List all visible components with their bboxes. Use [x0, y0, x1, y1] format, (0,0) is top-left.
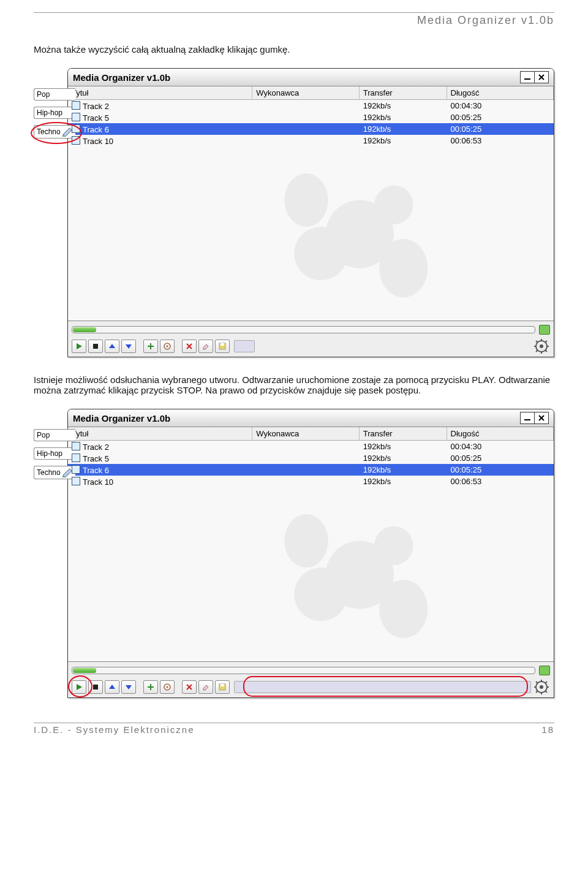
col-title[interactable]: Tytuł: [68, 86, 252, 99]
cell-artist: [252, 105, 359, 107]
play-button[interactable]: [72, 680, 86, 694]
list-row-selected[interactable]: Track 6 192kb/s 00:05:25: [68, 464, 554, 476]
cell-artist: [252, 117, 359, 118]
col-title[interactable]: Tytuł: [68, 427, 252, 440]
cell-length: 00:06:53: [447, 135, 554, 146]
stop-button[interactable]: [88, 340, 103, 353]
file-icon: [72, 465, 80, 474]
titlebar: Media Organizer v1.0b: [68, 69, 554, 86]
play-button[interactable]: [72, 340, 86, 353]
settings-button[interactable]: [533, 679, 550, 695]
transfer-progress: [72, 326, 535, 333]
col-transfer[interactable]: Transfer: [360, 86, 447, 99]
col-artist[interactable]: Wykonawca: [252, 86, 359, 99]
down-button[interactable]: [121, 340, 136, 353]
cell-length: 00:04:30: [447, 441, 554, 452]
cell-transfer: 192kb/s: [360, 124, 447, 134]
toolbar: [72, 338, 550, 354]
up-button[interactable]: [105, 680, 119, 694]
svg-point-3: [167, 346, 168, 348]
save-button[interactable]: [215, 340, 230, 353]
tab-pop-label: Pop: [37, 90, 50, 99]
down-button[interactable]: [121, 680, 136, 694]
cd-button[interactable]: [160, 680, 175, 694]
settings-button[interactable]: [533, 338, 550, 354]
tab-hiphop-label: Hip-hop: [37, 449, 62, 458]
list-row[interactable]: Track 5 192kb/s 00:05:25: [68, 112, 554, 123]
side-tabs: Pop Hip-hop Techno: [34, 88, 75, 139]
list-header: Tytuł Wykonawca Transfer Długość: [68, 86, 554, 100]
list-header: Tytuł Wykonawca Transfer Długość: [68, 427, 554, 441]
tab-pop[interactable]: Pop: [34, 88, 75, 101]
side-tabs: Pop Hip-hop Techno: [34, 429, 75, 479]
list-row[interactable]: Track 10 192kb/s 00:06:53: [68, 476, 554, 487]
svg-line-28: [536, 682, 538, 683]
eraser-button[interactable]: [198, 680, 213, 694]
svg-rect-17: [93, 685, 98, 689]
delete-button[interactable]: [182, 340, 197, 353]
eject-button[interactable]: [539, 325, 550, 335]
eraser-button[interactable]: [198, 340, 213, 353]
cell-transfer: 192kb/s: [360, 476, 447, 487]
delete-button[interactable]: [182, 680, 197, 694]
list-row[interactable]: Track 5 192kb/s 00:05:25: [68, 452, 554, 464]
svg-rect-16: [524, 419, 530, 420]
cell-artist: [252, 469, 359, 471]
col-artist[interactable]: Wykonawca: [252, 427, 359, 440]
paragraph-2: Istnieje możliwość odsłuchania wybranego…: [34, 374, 554, 395]
footer-left: I.D.E. - Systemy Elektroniczne: [34, 724, 195, 735]
tab-hiphop-label: Hip-hop: [37, 108, 62, 117]
cell-length: 00:05:25: [447, 112, 554, 123]
tab-hiphop[interactable]: Hip-hop: [34, 107, 75, 119]
tab-techno[interactable]: Techno: [34, 466, 75, 479]
add-button[interactable]: [143, 680, 158, 694]
tab-hiphop[interactable]: Hip-hop: [34, 447, 75, 460]
cd-button[interactable]: [160, 340, 175, 353]
cell-title: Track 6: [83, 466, 109, 475]
close-button[interactable]: [534, 71, 549, 83]
playback-progress[interactable]: [234, 340, 255, 352]
minimize-button[interactable]: [520, 71, 535, 83]
app-window: Media Organizer v1.0b Tytuł Wykonawca Tr…: [67, 68, 554, 357]
cell-title: Track 10: [83, 477, 113, 487]
cell-transfer: 192kb/s: [360, 441, 447, 452]
save-button[interactable]: [215, 680, 230, 694]
list-row[interactable]: Track 2 192kb/s 00:04:30: [68, 100, 554, 112]
tab-techno-label: Techno: [37, 468, 61, 477]
cell-length: 00:06:53: [447, 476, 554, 487]
file-icon: [72, 113, 80, 121]
footer: I.D.E. - Systemy Elektroniczne 18: [34, 723, 554, 735]
svg-line-14: [536, 350, 538, 352]
brush-icon: [62, 127, 73, 137]
list-row[interactable]: Track 2 192kb/s 00:04:30: [68, 441, 554, 452]
add-button[interactable]: [143, 340, 158, 353]
statusbar: [68, 321, 554, 357]
titlebar: Media Organizer v1.0b: [68, 409, 554, 427]
close-button[interactable]: [534, 412, 549, 424]
svg-rect-21: [221, 684, 224, 686]
tab-techno[interactable]: Techno: [34, 125, 75, 139]
eject-button[interactable]: [539, 666, 550, 675]
list-row-selected[interactable]: Track 6 192kb/s 00:05:25: [68, 123, 554, 135]
cell-transfer: 192kb/s: [360, 465, 447, 475]
col-length[interactable]: Długość: [447, 86, 554, 99]
col-transfer[interactable]: Transfer: [360, 427, 447, 440]
up-button[interactable]: [105, 340, 119, 353]
stop-button[interactable]: [88, 680, 103, 694]
cell-length: 00:05:25: [447, 465, 554, 475]
svg-rect-0: [524, 78, 530, 80]
svg-point-19: [167, 686, 168, 688]
playback-progress[interactable]: [234, 681, 531, 693]
cell-artist: [252, 481, 359, 482]
transfer-progress: [72, 667, 535, 674]
header-rule: [34, 12, 554, 13]
list-row[interactable]: Track 10 192kb/s 00:06:53: [68, 135, 554, 146]
svg-point-23: [540, 685, 543, 689]
window-title: Media Organizer v1.0b: [73, 72, 170, 83]
list-body: Track 2 192kb/s 00:04:30 Track 5 192kb/s…: [68, 441, 554, 661]
cell-artist: [252, 458, 359, 459]
col-length[interactable]: Długość: [447, 427, 554, 440]
list-body: Track 2 192kb/s 00:04:30 Track 5 192kb/s…: [68, 100, 554, 321]
minimize-button[interactable]: [520, 412, 535, 424]
tab-pop[interactable]: Pop: [34, 429, 75, 441]
